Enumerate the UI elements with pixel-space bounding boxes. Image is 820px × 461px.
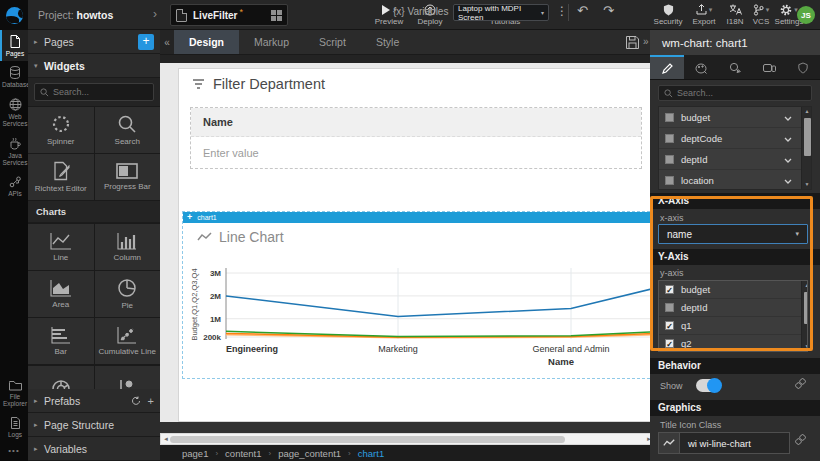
rail-item-databases[interactable]: Databases xyxy=(0,61,28,92)
dataset-field-location[interactable]: location xyxy=(659,170,811,190)
widget-search-input[interactable]: Search... xyxy=(34,83,154,101)
scroll-left-icon[interactable]: ◄ xyxy=(163,436,169,442)
rail-item-apis[interactable]: APIs xyxy=(0,171,28,201)
widget-tile-pie[interactable]: Pie xyxy=(95,271,161,317)
chevron-down-icon[interactable] xyxy=(784,116,792,121)
tab-devices[interactable] xyxy=(752,55,786,79)
field-list-scrollbar[interactable]: ▲ ▼ xyxy=(801,107,812,189)
tab-design[interactable]: Design xyxy=(174,30,239,54)
collapse-panel-button[interactable]: « xyxy=(160,30,174,54)
rail-item-logs[interactable]: Logs xyxy=(0,412,28,442)
scrollbar-thumb[interactable] xyxy=(804,292,808,324)
y-axis-option-deptid[interactable]: deptId xyxy=(659,299,807,317)
tab-properties[interactable] xyxy=(650,55,684,79)
scroll-down-icon[interactable]: ▼ xyxy=(802,180,812,189)
refresh-icon[interactable] xyxy=(131,396,141,406)
tab-style[interactable]: Style xyxy=(361,30,414,54)
tab-security[interactable] xyxy=(786,55,820,79)
tab-script[interactable]: Script xyxy=(304,30,361,54)
breadcrumb-chart1[interactable]: chart1 xyxy=(358,448,384,459)
chevron-down-icon[interactable] xyxy=(784,158,792,163)
prefabs-accordion[interactable]: ▸ Prefabs + xyxy=(28,389,160,413)
widget-tile-search[interactable]: Search xyxy=(95,107,161,153)
behavior-section-header[interactable]: Behavior xyxy=(650,358,820,374)
rail-item-web-services[interactable]: Web Services xyxy=(0,93,28,132)
breadcrumb-page-content1[interactable]: page_content1 xyxy=(278,448,341,459)
chevron-down-icon[interactable] xyxy=(784,137,792,142)
widgets-accordion[interactable]: ▾ Widgets xyxy=(28,54,160,78)
y-axis-section-header[interactable]: Y-Axis xyxy=(650,249,820,265)
widget-tile-spinner[interactable]: Spinner xyxy=(28,107,94,153)
scrollbar-thumb[interactable] xyxy=(804,118,811,156)
breadcrumb-page1[interactable]: page1 xyxy=(182,448,208,459)
title-icon-class-input[interactable]: wi wi-line-chart xyxy=(680,432,790,454)
widget-tile-donut[interactable] xyxy=(28,366,94,389)
name-field-input[interactable]: Enter value xyxy=(191,137,641,168)
show-toggle[interactable] xyxy=(696,379,720,392)
scroll-down-icon[interactable]: ▼ xyxy=(802,342,808,351)
widget-tile-cumulative-line[interactable]: Cumulative Line xyxy=(95,318,161,364)
variables-accordion[interactable]: ▸ Variables xyxy=(28,437,160,461)
pages-grid-icon[interactable] xyxy=(271,10,282,21)
checkbox[interactable] xyxy=(665,176,674,185)
rail-item-java-services[interactable]: Java Services xyxy=(0,132,28,171)
breadcrumb-content1[interactable]: content1 xyxy=(225,448,261,459)
horizontal-scrollbar[interactable]: ◄ ► xyxy=(160,433,655,445)
checkbox[interactable]: ✓ xyxy=(665,339,674,348)
more-options-icon[interactable]: ⋮ xyxy=(556,4,568,18)
chart-widget[interactable]: + chart1 Line Chart Budget,Q1,Q2,Q3,Q4 3… xyxy=(182,211,655,379)
x-axis-select[interactable]: name▾ xyxy=(658,224,808,244)
property-search-input[interactable]: Search... xyxy=(658,85,812,101)
design-canvas[interactable]: Filter Department Name Enter value + cha… xyxy=(160,55,655,433)
y-axis-option-q2[interactable]: ✓q2 xyxy=(659,335,807,352)
pages-accordion[interactable]: ▸ Pages + xyxy=(28,30,160,54)
page-structure-accordion[interactable]: ▸ Page Structure xyxy=(28,413,160,437)
checkbox[interactable] xyxy=(665,113,674,122)
x-axis-section-header[interactable]: X-Axis xyxy=(650,193,820,209)
widget-tile-progress-bar[interactable]: Progress Bar xyxy=(95,154,161,200)
livefilter-form-widget[interactable]: Name Enter value xyxy=(190,107,642,169)
rail-more-icon[interactable]: ••• xyxy=(0,442,28,461)
checkbox[interactable] xyxy=(665,155,674,164)
page-tab-livefilter[interactable]: LiveFilter * xyxy=(170,4,288,26)
checkbox[interactable] xyxy=(665,134,674,143)
graphics-section-header[interactable]: Graphics xyxy=(650,400,820,416)
checkbox[interactable] xyxy=(665,303,674,312)
device-selector[interactable]: Laptop with MDPI Screen▾ xyxy=(453,4,549,21)
checkbox[interactable]: ✓ xyxy=(665,285,674,294)
scroll-up-icon[interactable]: ▲ xyxy=(802,281,808,290)
widget-tile-bubble[interactable] xyxy=(95,366,161,389)
add-prefab-icon[interactable]: + xyxy=(148,395,154,407)
filter-form-title[interactable]: Filter Department xyxy=(192,76,325,92)
expand-panel-button[interactable]: » xyxy=(643,36,649,47)
scroll-up-icon[interactable]: ▲ xyxy=(802,107,812,116)
chevron-down-icon[interactable] xyxy=(784,179,792,184)
bind-icon[interactable] xyxy=(795,378,806,391)
y-axis-scrollbar[interactable]: ▲ ▼ xyxy=(801,281,808,351)
widget-tile-column[interactable]: Column xyxy=(95,224,161,270)
y-axis-option-budget[interactable]: ✓budget xyxy=(659,281,807,299)
widget-tile-area[interactable]: Area xyxy=(28,271,94,317)
app-logo[interactable] xyxy=(0,0,28,30)
dataset-field-deptid[interactable]: deptId xyxy=(659,149,811,170)
redo-button[interactable]: ↷ xyxy=(603,3,614,18)
save-button[interactable] xyxy=(626,35,639,53)
add-page-button[interactable]: + xyxy=(138,34,154,50)
dataset-field-deptcode[interactable]: deptCode xyxy=(659,128,811,149)
widget-tile-line[interactable]: Line xyxy=(28,224,94,270)
tab-styles[interactable] xyxy=(684,55,718,79)
tab-markup[interactable]: Markup xyxy=(239,30,304,54)
y-axis-option-q1[interactable]: ✓q1 xyxy=(659,317,807,335)
variables-dropdown[interactable]: {x} Variables ▾ xyxy=(393,6,457,17)
rail-item-pages[interactable]: Pages xyxy=(0,30,28,61)
dataset-field-budget[interactable]: budget xyxy=(659,107,811,128)
checkbox[interactable]: ✓ xyxy=(665,321,674,330)
user-avatar[interactable]: JS xyxy=(797,6,815,24)
tab-events[interactable] xyxy=(718,55,752,79)
rail-item-file-explorer[interactable]: File Explorer xyxy=(0,375,28,412)
widget-tile-bar[interactable]: Bar xyxy=(28,318,94,364)
undo-button[interactable]: ↶ xyxy=(577,3,588,18)
bind-icon[interactable] xyxy=(795,434,806,447)
widget-tile-richtext-editor[interactable]: Richtext Editor xyxy=(28,154,94,200)
scrollbar-thumb[interactable] xyxy=(170,436,565,443)
